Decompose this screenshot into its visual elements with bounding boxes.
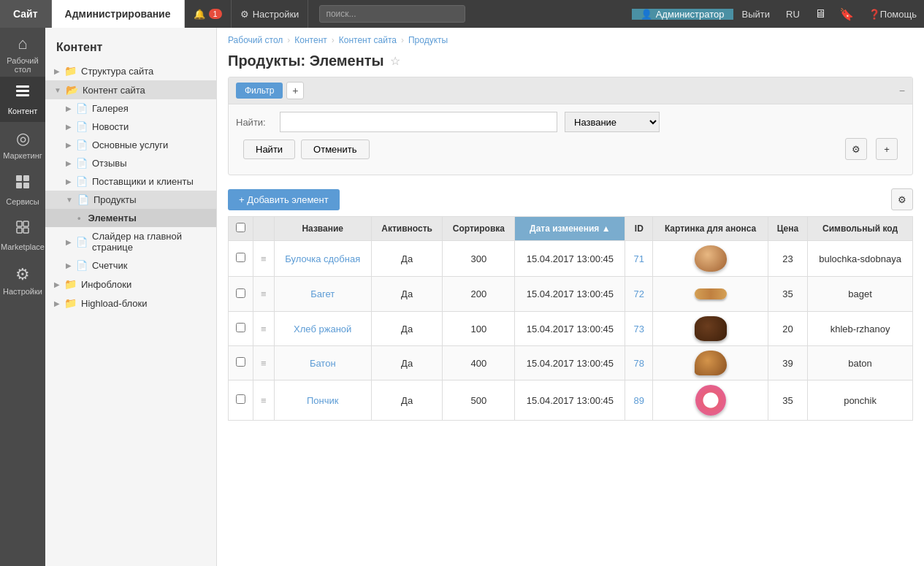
filter-header: Фильтр + − — [229, 77, 912, 104]
filter-cancel-button[interactable]: Отменить — [301, 139, 369, 159]
page-icon7: 📄 — [76, 237, 88, 248]
row-drag-cell[interactable]: ≡ — [253, 241, 275, 277]
filter-tab-button[interactable]: Фильтр — [236, 83, 283, 99]
sidebar-item-settings[interactable]: ⚙ Настройки — [0, 258, 45, 303]
notifications-button[interactable]: 🔔 1 — [185, 0, 232, 28]
help-button[interactable]: ❓ Помощь — [861, 9, 924, 20]
chevron-right-icon3: ▶ — [66, 123, 72, 131]
row-price-cell: 35 — [768, 277, 807, 312]
row-id-link[interactable]: 78 — [634, 358, 644, 369]
table-gear-button[interactable]: ⚙ — [891, 188, 913, 210]
filter-collapse-button[interactable]: − — [899, 85, 905, 96]
row-name-link[interactable]: Багет — [310, 288, 335, 299]
breadcrumb-home[interactable]: Рабочий стол — [228, 35, 283, 45]
row-name-cell: Хлеб ржаной — [274, 312, 371, 346]
search-input[interactable] — [319, 5, 465, 23]
filter-actions-row: Найти Отменить ⚙ + — [236, 138, 905, 167]
site-button[interactable]: Сайт — [0, 0, 52, 28]
th-date[interactable]: Дата изменения ▲ — [515, 217, 625, 241]
settings-topbar-button[interactable]: ⚙ Настройки — [232, 0, 309, 28]
filter-plus-button[interactable]: + — [876, 138, 898, 160]
table-header: Название Активность Сортировка Дата изме… — [229, 217, 913, 241]
admin-tab[interactable]: Администрирование — [52, 0, 185, 28]
sidebar-item-site-content[interactable]: ▼ 📂 Контент сайта — [45, 80, 216, 99]
nav-slider-label: Слайдер на главной странице — [92, 231, 209, 253]
row-id-link[interactable]: 71 — [634, 253, 644, 264]
filter-select[interactable]: Название — [565, 112, 660, 132]
row-id-link[interactable]: 73 — [634, 324, 644, 334]
favorite-icon[interactable]: ☆ — [390, 54, 400, 68]
bullet-icon: • — [77, 213, 81, 223]
svg-rect-5 — [16, 183, 22, 188]
row-checkbox[interactable] — [236, 394, 245, 404]
row-name-link[interactable]: Булочка сдобная — [285, 253, 360, 264]
row-checkbox[interactable] — [236, 288, 245, 298]
row-drag-cell[interactable]: ≡ — [253, 277, 275, 312]
th-code[interactable]: Символьный код — [808, 217, 913, 241]
sidebar-item-marketplace[interactable]: Marketplace — [0, 213, 45, 258]
sidebar-item-services-nav[interactable]: ▶ 📄 Основные услуги — [45, 136, 216, 154]
sidebar-item-counter[interactable]: ▶ 📄 Счетчик — [45, 256, 216, 275]
sidebar-item-services[interactable]: Сервисы — [0, 167, 45, 213]
folder-icon2: 📁 — [64, 278, 77, 290]
th-sort[interactable]: Сортировка — [443, 217, 515, 241]
sidebar-item-slider[interactable]: ▶ 📄 Слайдер на главной странице — [45, 227, 216, 256]
svg-rect-1 — [16, 90, 29, 92]
th-drag — [253, 217, 275, 241]
breadcrumb-site-content[interactable]: Контент сайта — [339, 35, 397, 45]
filter-find-button[interactable]: Найти — [243, 139, 295, 159]
monitor-icon[interactable]: 🖥 — [809, 7, 832, 20]
sidebar-item-highload[interactable]: ▶ 📁 Highload-блоки — [45, 294, 216, 313]
row-activity-cell: Да — [371, 277, 442, 312]
sidebar-marketplace-label: Marketplace — [1, 242, 45, 251]
th-name[interactable]: Название — [274, 217, 371, 241]
sidebar-item-news[interactable]: ▶ 📄 Новости — [45, 118, 216, 136]
sidebar-item-marketing[interactable]: ◎ Маркетинг — [0, 122, 45, 167]
th-price[interactable]: Цена — [768, 217, 807, 241]
sidebar-item-elements[interactable]: • Элементы — [45, 209, 216, 227]
gear-icon: ⚙ — [240, 9, 249, 20]
row-sort-cell: 200 — [443, 277, 515, 312]
th-activity[interactable]: Активность — [371, 217, 442, 241]
row-checkbox-cell — [229, 277, 253, 312]
sidebar-item-content[interactable]: Контент — [0, 77, 45, 122]
row-name-link[interactable]: Батон — [310, 358, 336, 369]
row-id-link[interactable]: 72 — [634, 288, 644, 299]
th-id[interactable]: ID — [625, 217, 653, 241]
sidebar-item-products[interactable]: ▼ 📄 Продукты — [45, 191, 216, 209]
nav-reviews-label: Отзывы — [92, 158, 127, 169]
sidebar-item-home[interactable]: ⌂ Рабочий стол — [0, 31, 45, 77]
row-checkbox[interactable] — [236, 357, 245, 367]
row-drag-cell[interactable]: ≡ — [253, 346, 275, 380]
user-button[interactable]: 👤 Администратор — [632, 9, 733, 20]
row-date-cell: 15.04.2017 13:00:45 — [515, 380, 625, 421]
breadcrumb: Рабочий стол › Контент › Контент сайта ›… — [217, 28, 924, 49]
filter-search-input[interactable] — [280, 112, 557, 132]
row-checkbox[interactable] — [236, 253, 245, 262]
chevron-right-icon9: ▶ — [54, 280, 60, 288]
user-icon: 👤 — [641, 9, 652, 20]
row-drag-cell[interactable]: ≡ — [253, 312, 275, 346]
filter-gear-button[interactable]: ⚙ — [845, 138, 867, 160]
row-drag-cell[interactable]: ≡ — [253, 380, 275, 421]
bookmark-icon[interactable]: 🔖 — [833, 7, 860, 21]
filter-add-button[interactable]: + — [286, 82, 304, 99]
breadcrumb-content[interactable]: Контент — [294, 35, 327, 45]
sidebar-item-infoblocks[interactable]: ▶ 📁 Инфоблоки — [45, 275, 216, 294]
breadcrumb-products[interactable]: Продукты — [408, 35, 448, 45]
lang-button[interactable]: RU — [779, 9, 807, 20]
sidebar-item-gallery[interactable]: ▶ 📄 Галерея — [45, 99, 216, 118]
sidebar-item-suppliers[interactable]: ▶ 📄 Поставщики и клиенты — [45, 172, 216, 191]
sidebar-home-label: Рабочий стол — [0, 56, 45, 74]
logout-button[interactable]: Выйти — [735, 9, 778, 20]
table-row: ≡ Пончик Да 500 15.04.2017 13:00:45 89 3… — [229, 380, 913, 421]
sidebar-item-reviews[interactable]: ▶ 📄 Отзывы — [45, 154, 216, 172]
row-checkbox[interactable] — [236, 323, 245, 332]
row-id-link[interactable]: 89 — [634, 395, 644, 406]
select-all-checkbox[interactable] — [236, 223, 245, 232]
row-name-link[interactable]: Пончик — [307, 395, 338, 406]
th-image[interactable]: Картинка для анонса — [653, 217, 768, 241]
row-name-link[interactable]: Хлеб ржаной — [294, 324, 351, 334]
add-element-button[interactable]: + Добавить элемент — [228, 189, 340, 210]
sidebar-item-structure[interactable]: ▶ 📁 Структура сайта — [45, 61, 216, 80]
